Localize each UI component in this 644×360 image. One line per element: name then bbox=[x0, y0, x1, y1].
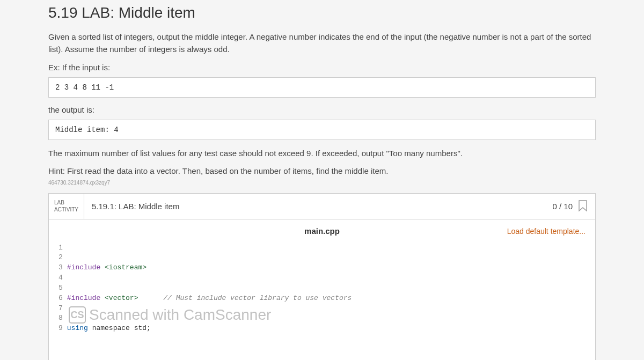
problem-description: Given a sorted list of integers, output … bbox=[48, 31, 596, 55]
lab-activity-box: LAB ACTIVITY 5.19.1: LAB: Middle item 0 … bbox=[48, 193, 596, 361]
example-input-label: Ex: If the input is: bbox=[48, 63, 596, 72]
example-output-block: Middle item: 4 bbox=[48, 120, 596, 140]
bookmark-icon bbox=[578, 200, 588, 212]
line-gutter: 123456789 bbox=[58, 243, 67, 361]
exercise-id: 464730.3214874.qx3zqy7 bbox=[48, 180, 596, 186]
activity-tag: LAB ACTIVITY bbox=[49, 194, 84, 219]
score-text: 0 / 10 bbox=[552, 202, 573, 211]
activity-tag-line2: ACTIVITY bbox=[54, 206, 78, 213]
filename-label: main.cpp bbox=[304, 226, 340, 236]
constraint-note: The maximum number of list values for an… bbox=[48, 148, 596, 160]
example-output-label: the output is: bbox=[48, 105, 596, 114]
activity-tag-line1: LAB bbox=[54, 199, 78, 206]
activity-title: 5.19.1: LAB: Middle item bbox=[84, 202, 179, 211]
activity-header: LAB ACTIVITY 5.19.1: LAB: Middle item 0 … bbox=[49, 194, 595, 219]
code-content[interactable]: #include <iostream> #include <vector> //… bbox=[67, 243, 352, 361]
code-editor[interactable]: 123456789 #include <iostream> #include <… bbox=[49, 243, 595, 361]
editor-header: main.cpp Load default template... bbox=[49, 219, 595, 243]
example-input-block: 2 3 4 8 11 -1 bbox=[48, 77, 596, 98]
hint-text: Hint: First read the data into a vector.… bbox=[48, 166, 596, 175]
page-title: 5.19 LAB: Middle item bbox=[48, 0, 596, 31]
load-template-link[interactable]: Load default template... bbox=[507, 227, 586, 236]
